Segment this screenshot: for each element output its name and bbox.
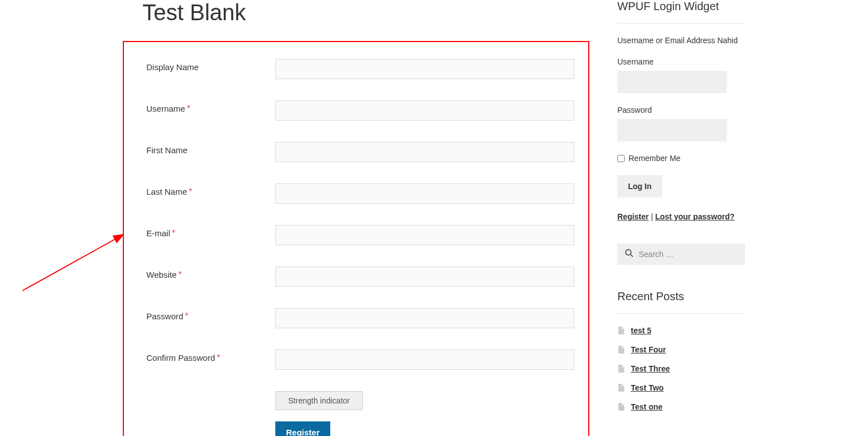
required-mark: * [185,311,188,321]
svg-line-1 [22,235,123,291]
login-username-input[interactable] [617,71,727,93]
remember-me-label: Remember Me [629,154,681,163]
annotation-arrow [17,224,129,292]
registration-form: Display Name Username* First Name [123,41,589,436]
display-name-input[interactable] [275,59,574,79]
list-item: test 5 [617,326,745,335]
required-mark: * [187,104,190,113]
document-icon [617,403,625,411]
lost-password-link[interactable]: Lost your password? [655,212,735,221]
document-icon [617,384,625,392]
recent-post-link[interactable]: Test Two [631,383,664,392]
required-mark: * [217,353,220,362]
required-mark: * [178,270,182,279]
email-label: E-mail [146,228,170,238]
last-name-label: Last Name [146,187,187,196]
search-icon [625,249,639,259]
website-input[interactable] [275,267,574,287]
search-input[interactable] [639,250,737,259]
display-name-label: Display Name [146,62,198,72]
page-title: Test Blank [123,0,589,25]
link-separator: | [649,212,655,221]
recent-post-link[interactable]: test 5 [631,326,652,335]
list-item: Test Three [617,364,745,373]
first-name-label: First Name [146,145,187,155]
confirm-password-input[interactable] [275,350,574,370]
list-item: Test one [617,402,745,411]
login-widget-intro: Username or Email Address Nahid [617,36,745,45]
recent-posts-title: Recent Posts [617,290,745,314]
required-mark: * [172,228,176,238]
register-button[interactable]: Register [275,421,330,436]
recent-posts-list: test 5 Test Four Test Three Test Two Tes… [617,326,745,411]
password-input[interactable] [275,308,574,328]
login-widget-title: WPUF Login Widget [617,0,745,24]
search-box[interactable] [617,244,745,265]
username-label: Username [146,104,185,113]
document-icon [617,346,625,354]
last-name-input[interactable] [275,183,574,204]
first-name-input[interactable] [275,142,574,162]
list-item: Test Four [617,345,745,354]
document-icon [617,365,625,373]
register-link[interactable]: Register [617,212,649,221]
username-input[interactable] [275,100,574,121]
login-username-label: Username [617,57,745,66]
password-label: Password [146,311,183,321]
remember-me-checkbox[interactable] [617,155,625,162]
recent-post-link[interactable]: Test Three [631,364,670,373]
login-button[interactable]: Log In [617,175,662,198]
strength-indicator: Strength indicator [275,391,363,410]
list-item: Test Two [617,383,745,392]
confirm-password-label: Confirm Password [146,353,215,362]
recent-post-link[interactable]: Test Four [631,345,666,354]
required-mark: * [189,187,192,196]
document-icon [617,327,625,334]
recent-post-link[interactable]: Test one [631,402,663,411]
website-label: Website [146,270,177,279]
login-password-label: Password [617,105,745,114]
email-input[interactable] [275,225,574,245]
login-password-input[interactable] [617,119,727,141]
